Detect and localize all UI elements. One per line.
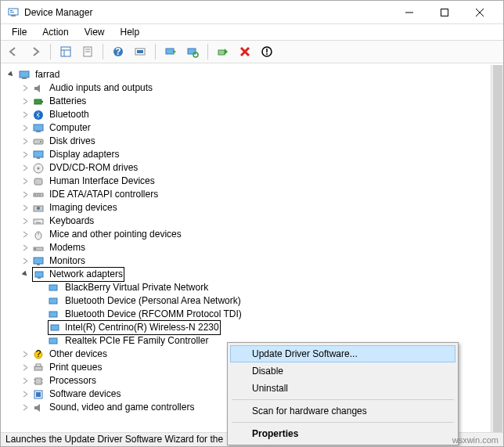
svg-rect-55 bbox=[34, 258, 43, 264]
expand-icon[interactable] bbox=[20, 216, 31, 227]
menu-file[interactable]: File bbox=[5, 25, 33, 39]
svg-rect-31 bbox=[34, 124, 43, 131]
maximize-button[interactable] bbox=[427, 2, 462, 23]
expand-icon[interactable] bbox=[20, 110, 31, 121]
expand-icon[interactable] bbox=[20, 256, 31, 267]
menu-help[interactable]: Help bbox=[114, 25, 146, 39]
ctx-properties[interactable]: Properties bbox=[230, 425, 455, 442]
expand-icon[interactable] bbox=[20, 176, 31, 187]
context-menu: Update Driver Software... Disable Uninst… bbox=[227, 342, 459, 445]
expand-icon[interactable] bbox=[20, 163, 31, 174]
tree-category[interactable]: Disk drives bbox=[1, 135, 491, 148]
bluetooth-icon bbox=[32, 109, 45, 121]
tree-category[interactable]: Imaging devices bbox=[1, 201, 491, 214]
forward-button[interactable] bbox=[26, 42, 45, 61]
expand-icon[interactable] bbox=[20, 243, 31, 254]
close-button[interactable] bbox=[462, 2, 497, 23]
category-label: Network adapters bbox=[49, 268, 123, 281]
svg-point-25 bbox=[266, 53, 268, 55]
ctx-scan-hardware[interactable]: Scan for hardware changes bbox=[230, 402, 455, 420]
expand-icon[interactable] bbox=[20, 349, 31, 360]
expand-icon[interactable] bbox=[20, 362, 31, 373]
collapse-icon[interactable] bbox=[5, 70, 16, 81]
tree-category[interactable]: Audio inputs and outputs bbox=[1, 81, 491, 95]
tree-root[interactable]: farrad bbox=[1, 68, 491, 81]
scrollbar-thumb[interactable] bbox=[493, 65, 502, 432]
svg-rect-74 bbox=[36, 392, 41, 397]
network-adapter-icon bbox=[49, 322, 62, 334]
computer-icon bbox=[32, 122, 45, 135]
tree-category[interactable]: Human Interface Devices bbox=[1, 175, 491, 188]
svg-rect-21 bbox=[218, 50, 225, 55]
tree-category[interactable]: Keyboards bbox=[1, 214, 491, 228]
menu-action[interactable]: Action bbox=[36, 25, 74, 39]
svg-rect-66 bbox=[34, 366, 42, 370]
action-icon-button[interactable] bbox=[131, 42, 149, 61]
tree-category[interactable]: Monitors bbox=[1, 254, 491, 268]
show-hide-tree-button[interactable] bbox=[56, 42, 75, 61]
keyboard-icon bbox=[32, 215, 45, 228]
scrollbar[interactable] bbox=[491, 65, 503, 432]
tree-category[interactable]: IDE ATA/ATAPI controllers bbox=[1, 188, 491, 201]
hid-icon bbox=[32, 175, 45, 188]
expand-icon[interactable] bbox=[20, 189, 31, 200]
menu-view[interactable]: View bbox=[78, 25, 111, 39]
svg-rect-60 bbox=[49, 298, 57, 304]
properties-button[interactable] bbox=[78, 42, 97, 61]
tree-category-network[interactable]: Network adapters bbox=[1, 268, 491, 281]
app-icon bbox=[7, 6, 20, 19]
tree-category[interactable]: Mice and other pointing devices bbox=[1, 228, 491, 241]
disable-button[interactable] bbox=[257, 42, 276, 61]
dvd-icon bbox=[32, 162, 45, 175]
tree-category[interactable]: DVD/CD-ROM drives bbox=[1, 161, 491, 175]
sound-icon bbox=[32, 402, 45, 414]
tree-device[interactable]: BlackBerry Virtual Private Network bbox=[1, 281, 491, 294]
expand-icon[interactable] bbox=[20, 123, 31, 134]
scan-hardware-button[interactable] bbox=[183, 42, 202, 61]
tree-device[interactable]: Bluetooth Device (Personal Area Network) bbox=[1, 294, 491, 308]
tree-category[interactable]: Computer bbox=[1, 121, 491, 135]
tree-category[interactable]: Bluetooth bbox=[1, 108, 491, 121]
software-icon bbox=[32, 388, 45, 401]
uninstall-button[interactable] bbox=[236, 42, 254, 61]
collapse-icon[interactable] bbox=[20, 269, 31, 280]
modem-icon bbox=[32, 242, 45, 254]
svg-rect-36 bbox=[37, 157, 40, 159]
tree-device[interactable]: Bluetooth Device (RFCOMM Protocol TDI) bbox=[1, 308, 491, 321]
svg-rect-63 bbox=[49, 338, 57, 344]
expand-icon[interactable] bbox=[20, 83, 31, 94]
expand-icon[interactable] bbox=[20, 229, 31, 240]
svg-point-54 bbox=[34, 248, 36, 250]
enable-button[interactable] bbox=[214, 42, 232, 61]
tree-device-selected[interactable]: Intel(R) Centrino(R) Wireless-N 2230 bbox=[1, 321, 491, 334]
svg-rect-61 bbox=[49, 312, 57, 317]
expand-icon[interactable] bbox=[20, 402, 31, 413]
expand-icon[interactable] bbox=[20, 96, 31, 107]
computer-icon bbox=[18, 69, 31, 81]
network-adapter-icon bbox=[48, 295, 60, 308]
minimize-button[interactable] bbox=[391, 2, 427, 23]
window-title: Device Manager bbox=[24, 7, 391, 18]
printer-icon bbox=[32, 362, 45, 374]
svg-rect-33 bbox=[34, 139, 43, 144]
expand-icon[interactable] bbox=[20, 376, 31, 387]
update-driver-button[interactable] bbox=[161, 42, 180, 61]
help-button[interactable]: ? bbox=[109, 42, 128, 61]
ctx-update-driver[interactable]: Update Driver Software... bbox=[230, 345, 455, 362]
tree-category[interactable]: Batteries bbox=[1, 95, 491, 108]
root-label: farrad bbox=[34, 68, 61, 81]
back-button[interactable] bbox=[4, 42, 23, 61]
expand-icon[interactable] bbox=[20, 150, 31, 160]
ctx-disable[interactable]: Disable bbox=[230, 362, 455, 380]
ctx-uninstall[interactable]: Uninstall bbox=[230, 380, 455, 397]
expand-icon[interactable] bbox=[20, 203, 31, 214]
expand-icon[interactable] bbox=[20, 389, 31, 400]
tree-category[interactable]: Modems bbox=[1, 241, 491, 254]
menubar: File Action View Help bbox=[1, 24, 503, 40]
svg-rect-50 bbox=[36, 222, 41, 223]
svg-rect-17 bbox=[137, 50, 143, 53]
tree-category[interactable]: Display adapters bbox=[1, 148, 491, 161]
expand-icon[interactable] bbox=[20, 136, 31, 147]
device-label: Intel(R) Centrino(R) Wireless-N 2230 bbox=[65, 321, 219, 334]
svg-point-47 bbox=[35, 220, 36, 221]
